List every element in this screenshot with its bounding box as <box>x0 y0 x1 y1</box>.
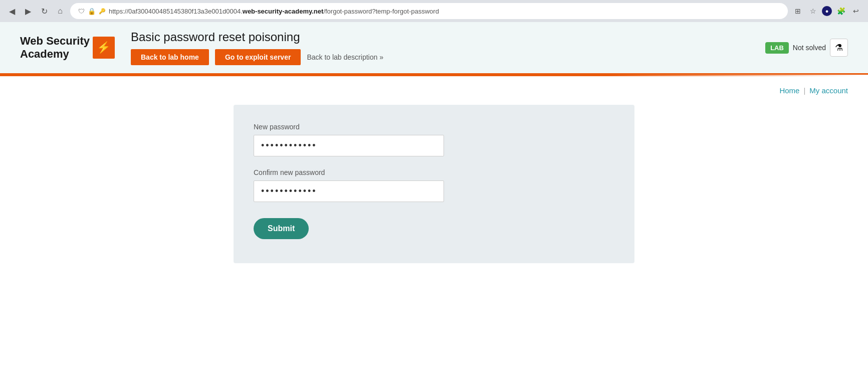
new-password-input[interactable] <box>254 135 444 156</box>
not-solved-text: Not solved <box>793 44 826 52</box>
main-content: Home | My account New password Confirm n… <box>0 76 868 327</box>
logo-text: Web Security Academy <box>20 35 90 61</box>
back-to-description-link[interactable]: Back to lab description » <box>307 53 383 61</box>
lab-badge: LAB <box>765 42 789 54</box>
top-nav: Home | My account <box>20 86 848 95</box>
go-to-exploit-button[interactable]: Go to exploit server <box>215 49 301 65</box>
home-button[interactable]: ⌂ <box>54 5 66 17</box>
lab-status-area: LAB Not solved ⚗ <box>765 39 848 57</box>
url-text: https://0af300400485145380f13a3e001d0004… <box>109 8 439 15</box>
nav-separator: | <box>803 86 805 95</box>
extension-icon[interactable]: 🧩 <box>835 5 847 17</box>
site-header: Web Security Academy ⚡ Basic password re… <box>0 22 868 75</box>
lab-title: Basic password reset poisoning <box>131 30 749 44</box>
shield-icon: 🛡 <box>78 8 85 15</box>
browser-icons: ⊞ ☆ ● 🧩 ↩ <box>792 5 862 17</box>
header-content: Basic password reset poisoning Back to l… <box>131 30 749 65</box>
confirm-password-label: Confirm new password <box>254 168 614 176</box>
logo-icon: ⚡ <box>93 37 115 59</box>
flask-button[interactable]: ⚗ <box>830 39 848 57</box>
reset-password-form: New password Confirm new password Submit <box>254 123 614 239</box>
form-container: New password Confirm new password Submit <box>234 105 634 263</box>
undo-icon[interactable]: ↩ <box>850 5 862 17</box>
my-account-link[interactable]: My account <box>809 86 848 95</box>
address-bar[interactable]: 🛡 🔒 🔑 https://0af300400485145380f13a3e00… <box>70 3 788 19</box>
confirm-password-input[interactable] <box>254 180 444 202</box>
forward-button[interactable]: ▶ <box>22 5 34 17</box>
back-button[interactable]: ◀ <box>6 5 18 17</box>
star-icon[interactable]: ☆ <box>807 5 819 17</box>
browser-chrome: ◀ ▶ ↻ ⌂ 🛡 🔒 🔑 https://0af300400485145380… <box>0 0 868 22</box>
back-to-lab-button[interactable]: Back to lab home <box>131 49 209 65</box>
submit-button[interactable]: Submit <box>254 218 309 239</box>
header-actions: Back to lab home Go to exploit server Ba… <box>131 49 749 65</box>
new-password-label: New password <box>254 123 614 131</box>
key-icon: 🔑 <box>99 8 106 15</box>
new-password-group: New password <box>254 123 614 156</box>
confirm-password-group: Confirm new password <box>254 168 614 202</box>
logo-area: Web Security Academy ⚡ <box>20 35 115 61</box>
qr-icon[interactable]: ⊞ <box>792 5 804 17</box>
reload-button[interactable]: ↻ <box>38 5 50 17</box>
notification-icon[interactable]: ● <box>822 6 832 16</box>
home-link[interactable]: Home <box>779 86 799 95</box>
lock-icon: 🔒 <box>88 8 96 15</box>
